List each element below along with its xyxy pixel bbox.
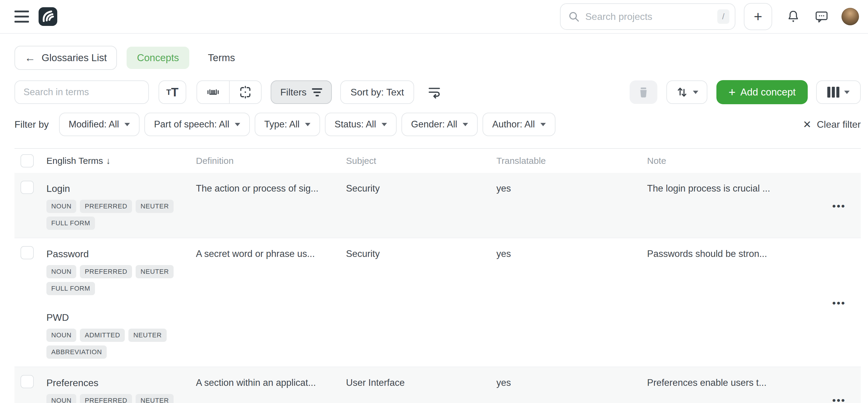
term-tag: FULL FORM (46, 282, 95, 295)
subject-cell: Security (346, 246, 496, 359)
term-title: Password (46, 246, 196, 260)
match-options-group (196, 80, 261, 104)
chevron-down-icon (305, 123, 310, 126)
columns-icon (827, 87, 839, 98)
row-actions-menu[interactable]: ••• (832, 375, 861, 403)
column-header-translatable: Translatable (496, 156, 647, 166)
filter-part-of-speech-dropdown[interactable]: Part of speech: All (144, 113, 250, 136)
exact-match-icon (238, 85, 253, 99)
term-tags: NOUN PREFERRED NEUTER FULL FORM (46, 394, 176, 403)
sort-desc-icon: ↓ (106, 156, 111, 166)
exact-match-button[interactable] (229, 81, 261, 103)
match-case-button[interactable]: TT (158, 80, 186, 104)
chevron-down-icon (124, 123, 130, 126)
row-actions-menu[interactable]: ••• (832, 181, 861, 230)
wrap-lines-button[interactable] (427, 85, 442, 100)
clear-filter-button[interactable]: ✕ Clear filter (803, 119, 861, 130)
search-projects-input[interactable] (585, 11, 717, 22)
app-logo-icon[interactable] (38, 7, 57, 26)
notifications-bell-icon[interactable] (786, 9, 801, 24)
column-header-note: Note (647, 156, 832, 166)
filter-row: Filter by Modified: All Part of speech: … (0, 113, 868, 136)
trash-icon (637, 86, 650, 99)
filter-author-dropdown[interactable]: Author: All (483, 113, 555, 136)
back-button-label: Glossaries List (41, 52, 107, 64)
filters-button-label: Filters (280, 87, 307, 98)
columns-dropdown-button[interactable] (816, 80, 861, 104)
chevron-down-icon (540, 123, 546, 126)
term-tag: NEUTER (135, 394, 174, 403)
concepts-toolbar: TT Filters (0, 80, 868, 104)
filter-lines-icon (312, 88, 322, 96)
term-tag: NOUN (46, 329, 76, 342)
chevron-down-icon (463, 123, 468, 126)
term-block: Login NOUN PREFERRED NEUTER FULL FORM (46, 181, 196, 230)
create-project-button[interactable]: + (744, 3, 772, 30)
chevron-down-icon (235, 123, 240, 126)
close-icon: ✕ (803, 119, 812, 130)
keyboard-shortcut-badge: / (717, 9, 730, 24)
column-header-definition: Definition (196, 156, 346, 166)
back-to-glossaries-button[interactable]: ← Glossaries List (14, 46, 117, 70)
note-cell: Passwords should be stron... (647, 246, 832, 359)
term-tag: PREFERRED (80, 200, 132, 213)
note-cell: The login process is crucial ... (647, 181, 832, 230)
concepts-table: English Terms ↓ Definition Subject Trans… (14, 148, 861, 403)
whole-word-icon (206, 85, 220, 99)
filter-type-dropdown[interactable]: Type: All (255, 113, 320, 136)
reorder-dropdown-button[interactable] (666, 80, 707, 104)
term-tag: PREFERRED (80, 265, 132, 278)
select-all-checkbox[interactable] (21, 154, 34, 167)
definition-cell: A section within an applicat... (196, 375, 346, 403)
plus-icon: + (728, 86, 735, 98)
whole-word-button[interactable] (197, 81, 229, 103)
term-tags: NOUN PREFERRED NEUTER FULL FORM (46, 200, 176, 230)
tab-concepts[interactable]: Concepts (127, 47, 189, 69)
match-case-icon: T (166, 88, 171, 97)
search-in-terms-input[interactable] (14, 80, 149, 104)
definition-cell: The action or process of sig... (196, 181, 346, 230)
back-arrow-icon: ← (25, 53, 36, 63)
add-concept-button[interactable]: + Add concept (716, 80, 808, 104)
row-checkbox[interactable] (21, 181, 34, 194)
filter-modified-dropdown[interactable]: Modified: All (59, 113, 140, 136)
search-projects-field[interactable]: / (560, 3, 735, 30)
table-row: Login NOUN PREFERRED NEUTER FULL FORM Th… (14, 173, 861, 238)
translatable-cell: yes (496, 246, 647, 359)
wrap-lines-icon (427, 85, 442, 100)
subject-cell: User Interface (346, 375, 496, 403)
sort-up-down-icon (675, 86, 689, 99)
term-tags: NOUN ADMITTED NEUTER ABBREVIATION (46, 329, 176, 359)
row-checkbox[interactable] (21, 246, 34, 259)
filters-button[interactable]: Filters (271, 80, 332, 104)
term-block: PWD NOUN ADMITTED NEUTER ABBREVIATION (46, 310, 196, 359)
add-concept-label: Add concept (741, 87, 796, 98)
column-header-english-terms[interactable]: English Terms ↓ (46, 156, 196, 166)
filter-status-dropdown[interactable]: Status: All (325, 113, 397, 136)
topbar-right: / + (560, 3, 859, 30)
term-tag: NOUN (46, 200, 76, 213)
chevron-down-icon (844, 91, 849, 94)
chevron-down-icon (693, 91, 698, 94)
note-cell: Preferences enable users t... (647, 375, 832, 403)
search-icon (568, 10, 580, 23)
sort-by-button[interactable]: Sort by: Text (340, 80, 414, 104)
topbar: / + (0, 0, 868, 34)
tab-terms[interactable]: Terms (198, 47, 245, 69)
term-block: Preferences NOUN PREFERRED NEUTER FULL F… (46, 375, 196, 403)
toolbar-right: + Add concept (629, 80, 861, 104)
delete-button[interactable] (629, 80, 657, 104)
messages-icon[interactable] (814, 9, 829, 24)
term-title: Preferences (46, 375, 196, 389)
term-tag: ADMITTED (80, 329, 125, 342)
term-tag: NEUTER (135, 265, 174, 278)
term-block: Password NOUN PREFERRED NEUTER FULL FORM (46, 246, 196, 295)
column-header-subject: Subject (346, 156, 496, 166)
user-avatar[interactable] (841, 8, 859, 25)
filter-gender-dropdown[interactable]: Gender: All (401, 113, 478, 136)
definition-cell: A secret word or phrase us... (196, 246, 346, 359)
hamburger-menu-icon[interactable] (14, 10, 29, 23)
row-checkbox[interactable] (21, 375, 34, 388)
row-actions-menu[interactable]: ••• (832, 246, 861, 359)
term-tag: PREFERRED (80, 394, 132, 403)
